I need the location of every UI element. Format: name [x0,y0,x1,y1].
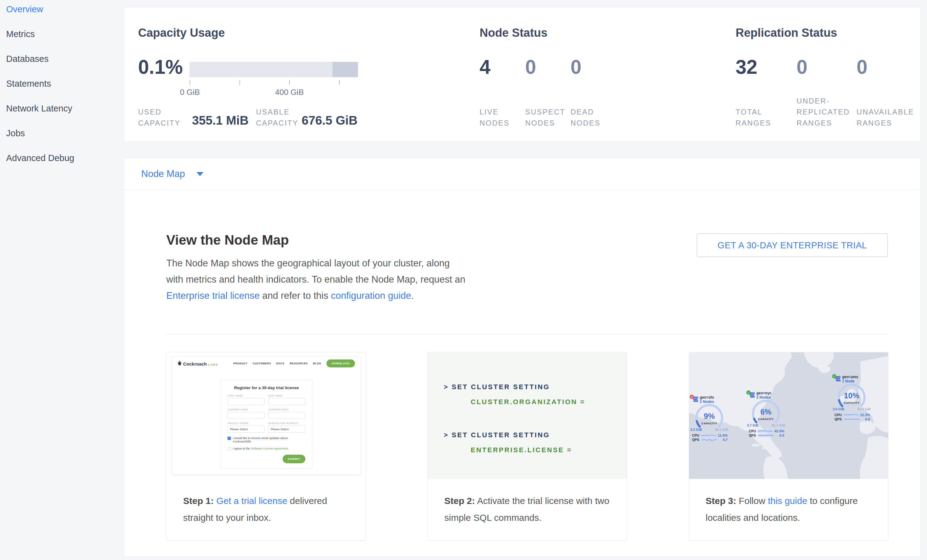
mini-updates-checkbox: ✓ [228,437,231,440]
trial-license-form: Register for a 30-day trial license FIRS… [220,379,312,469]
cluster-summary-panel: Capacity Usage 0.1% 0 GiB 400 GiB USEDCA… [124,7,921,142]
mini-form-title: Register for a 30-day trial license [228,385,305,390]
sidebar-item-statements[interactable]: Statements [6,74,51,93]
nyc-cpu-value: 42.5% [774,429,784,433]
sfo-capacity-percent: 9% [690,412,729,421]
sidebar-item-databases[interactable]: Databases [6,50,49,68]
sfo-cpu-value: 11.0% [718,434,728,437]
capacity-tick-400gib: 400 GiB [275,88,304,97]
ams-locality-label: geo=ams [842,375,858,379]
suspect-nodes-label: SUSPECTNODES [525,106,565,129]
capacity-usage-title: Capacity Usage [138,26,225,39]
step1-caption: Step 1: Get a trial license delivered st… [167,479,366,540]
database-icon [835,376,841,382]
sfo-locality-label: geo=sfo [700,395,714,399]
used-capacity-label: USEDCAPACITY [138,106,180,129]
cpu-sparkline [758,429,773,433]
step3-caption: Step 3: Follow this guide to configure l… [689,479,888,540]
ams-capacity-percent: 10% [832,391,871,400]
sidebar-item-overview[interactable]: Overview [6,0,43,18]
view-selector-bar: Node Map [124,158,920,190]
mini-nav-customers: CUSTOMERS [253,362,271,365]
step2-sql-snippet: > SET CLUSTER SETTING CLUSTER.ORGANIZATI… [428,352,627,479]
step1-registration-screenshot: Cockroach LABS PRODUCT CUSTOMERS DOCS RE… [167,352,366,479]
unavailable-ranges-label: UNAVAILABLERANGES [857,106,914,129]
mini-first-name-field [228,398,264,405]
database-icon [693,396,699,402]
section-divider [166,334,888,334]
mini-agree-checkbox [228,447,231,451]
mini-company-email-field [268,412,305,419]
page-title: View the Node Map [166,232,289,248]
mini-company-name-field [228,412,264,419]
step3-card: 1 geo=sfo 2 Nodes 9% CAPACITY [689,352,888,541]
nyc-capacity-percent: 6% [746,408,786,416]
cpu-sparkline [701,434,717,437]
suspect-nodes-count: 0 [525,56,536,78]
step3-node-map-preview: 1 geo=sfo 2 Nodes 9% CAPACITY [689,352,888,479]
mini-nav-docs: DOCS [276,362,284,365]
mini-reason-select: Please Select [268,426,305,433]
total-ranges-label: TOTALRANGES [736,106,771,129]
sql-line-1: > SET CLUSTER SETTING [444,379,627,395]
sql-line-3: > SET CLUSTER SETTING [444,427,627,442]
configuration-guide-link[interactable]: configuration guide [331,290,411,301]
qps-sparkline [844,417,860,421]
qps-sparkline [701,438,717,441]
ams-used-capacity: 3.6 GiB [833,407,844,411]
sidebar-item-metrics[interactable]: Metrics [6,25,35,43]
map-node-nyc: ✓ geo=nyc 2 Nodes 6% CAPACITY [746,390,786,429]
mini-download-button: DOWNLOAD [327,360,355,367]
get-trial-license-link[interactable]: Get a trial license [216,496,287,506]
map-node-sfo: 1 geo=sfo 2 Nodes 9% CAPACITY [690,395,729,434]
ams-total-capacity: 34.4 GiB [857,407,871,411]
cpu-sparkline [843,413,859,416]
node-map-dropdown-label: Node Map [141,168,185,179]
node-map-dropdown[interactable]: Node Map [141,158,204,190]
usable-capacity-value: 676.5 GiB [302,114,357,127]
ams-qps-value: 0.0 [865,417,870,421]
step1-card: Cockroach LABS PRODUCT CUSTOMERS DOCS RE… [166,352,366,541]
mini-nav-resources: RESOURCES [290,362,308,365]
get-enterprise-trial-button[interactable]: GET A 30-DAY ENTERPRISE TRIAL [697,233,888,257]
capacity-gauge-nonusable-segment [333,62,358,77]
ams-cpu-value: 12.3% [860,413,870,417]
step2-caption: Step 2: Activate the trial license with … [428,479,627,540]
node-map-description: The Node Map shows the geographical layo… [166,255,468,304]
unavailable-ranges-count: 0 [857,56,868,78]
cockroach-bug-icon [177,360,182,366]
capacity-gauge-bar [190,62,358,77]
replication-status-title: Replication Status [736,26,837,39]
cockroach-labs-logo: Cockroach LABS [177,360,218,366]
live-nodes-count: 4 [480,56,491,78]
under-replicated-ranges-count: 0 [796,56,808,78]
sql-line-4: ENTERPRISE.LICENSE = [444,442,627,457]
mini-nav-product: PRODUCT [233,362,248,365]
capacity-percent: 0.1% [138,56,183,78]
live-nodes-label: LIVENODES [480,106,510,129]
step2-card: > SET CLUSTER SETTING CLUSTER.ORGANIZATI… [427,352,627,541]
sidebar-item-advanced-debug[interactable]: Advanced Debug [6,149,74,167]
node-status-title: Node Status [480,26,547,39]
capacity-gauge-axis: 0 GiB 400 GiB [190,80,358,99]
capacity-tick-0gib: 0 GiB [180,88,200,97]
used-capacity-value: 355.1 MiB [192,114,249,127]
sfo-qps-value: 4.7 [723,438,728,442]
usable-capacity-label: USABLECAPACITY [256,106,298,129]
this-guide-link[interactable]: this guide [768,496,807,506]
total-ranges-count: 32 [736,56,757,78]
node-map-panel: Node Map View the Node Map The Node Map … [124,158,921,557]
sidebar: Overview Metrics Databases Statements Ne… [0,0,123,560]
sidebar-item-network-latency[interactable]: Network Latency [6,99,72,118]
nyc-qps-value: 0.0 [780,434,784,437]
chevron-down-icon [197,172,204,176]
qps-sparkline [758,434,774,437]
mini-project-phase-select: Please Select [228,426,264,433]
nyc-locality-label: geo=nyc [757,391,771,395]
nyc-used-capacity: 3.7 GiB [747,423,758,427]
sidebar-item-jobs[interactable]: Jobs [6,124,25,143]
nyc-total-capacity: 65.7 GiB [771,423,785,427]
database-icon [749,392,755,398]
enterprise-trial-license-link[interactable]: Enterprise trial license [166,290,260,301]
under-replicated-ranges-label: UNDER-REPLICATEDRANGES [796,96,850,129]
